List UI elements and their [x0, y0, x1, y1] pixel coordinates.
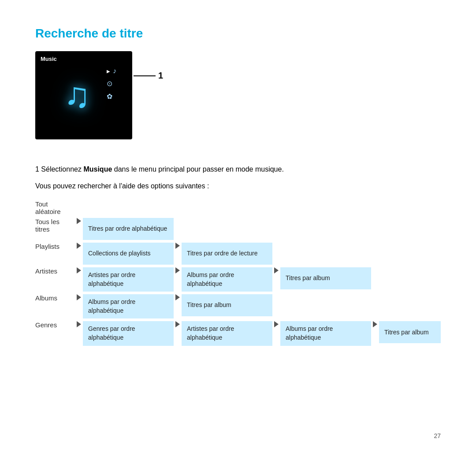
nav-box-4-1: Titres par album [182, 294, 272, 316]
nav-arrow-1-0 [75, 218, 83, 240]
triangle-icon [175, 294, 180, 300]
nav-arrow-5-1 [174, 321, 182, 345]
nav-arrow-5-2 [272, 321, 280, 345]
step1-bold: Musique [83, 165, 112, 173]
nav-box-3-0: Artistes par ordre alphabétique [83, 267, 174, 292]
nav-box-5-2: Albums par ordre alphabétique [280, 321, 371, 345]
row-spacer-5 [35, 346, 441, 348]
side-icon-music: ▶ ♪ [107, 67, 116, 75]
nav-box-4-0: Albums par ordre alphabétique [83, 294, 174, 318]
nav-box-cell-3-1: Albums par ordre alphabétique [182, 267, 272, 292]
arrow-icon: ▶ [107, 69, 110, 74]
nav-arrow-4-1 [174, 294, 182, 318]
nav-arrow-4-0 [75, 294, 83, 318]
triangle-icon [77, 218, 81, 224]
triangle-icon [175, 267, 180, 273]
device-label: Music [41, 56, 57, 62]
music-note-icon: ♫ [64, 75, 90, 116]
nav-box-cell-3-0: Artistes par ordre alphabétique [83, 267, 174, 292]
nav-box-5-0: Genres par ordre alphabétique [83, 321, 174, 345]
nav-arrow-3-0 [75, 267, 83, 292]
gear-icon: ✿ [107, 92, 112, 101]
nav-box-cell-5-3: Titres par album [379, 321, 441, 345]
nav-arrow-2-0 [75, 243, 83, 265]
nav-arrow-2-1 [174, 243, 182, 265]
nav-box-cell-5-0: Genres par ordre alphabétique [83, 321, 174, 345]
navigation-table: Tout aléatoireTous les titresTitres par … [35, 200, 441, 348]
step1-text-after: dans le menu principal pour passer en mo… [112, 165, 284, 173]
nav-empty-0 [75, 200, 83, 215]
nav-arrow-3-1 [174, 267, 182, 292]
nav-label-5: Genres [35, 321, 75, 345]
device-side-icons: ▶ ♪ ⊙ ✿ [107, 67, 116, 101]
nav-box-cell-4-0: Albums par ordre alphabétique [83, 294, 174, 318]
step1-text-before: 1 Sélectionnez [35, 165, 83, 173]
triangle-icon [77, 243, 81, 249]
nav-box-cell-1-0: Titres par ordre alphabétique [83, 218, 174, 240]
note-icon: ♪ [113, 67, 116, 75]
nav-box-cell-5-2: Albums par ordre alphabétique [280, 321, 371, 345]
step1-text: 1 Sélectionnez Musique dans le menu prin… [35, 164, 441, 175]
nav-label-3: Artistes [35, 267, 75, 292]
callout-number: 1 [158, 71, 163, 81]
device-screenshot: Music ♫ ▶ ♪ ⊙ ✿ [35, 51, 132, 139]
nav-box-cell-2-0: Collections de playlists [83, 243, 174, 265]
page-title: Recherche de titre [35, 26, 441, 41]
triangle-icon [274, 267, 279, 273]
nav-label-0: Tout aléatoire [35, 200, 75, 215]
intro-text: Vous pouvez rechercher à l'aide des opti… [35, 181, 441, 191]
nav-label-4: Albums [35, 294, 75, 318]
side-icon-settings: ✿ [107, 92, 116, 101]
nav-box-5-1: Artistes par ordre alphabétique [182, 321, 272, 345]
nav-box-cell-5-1: Artistes par ordre alphabétique [182, 321, 272, 345]
nav-arrow-3-2 [272, 267, 280, 292]
callout-badge: 1 [134, 71, 163, 81]
triangle-icon [77, 321, 81, 327]
triangle-icon [274, 321, 279, 327]
triangle-icon [77, 267, 81, 273]
callout-line [134, 75, 156, 76]
nav-box-1-0: Titres par ordre alphabétique [83, 218, 174, 240]
nav-box-cell-2-1: Titres par ordre de lecture [182, 243, 272, 265]
nav-box-2-0: Collections de playlists [83, 243, 174, 265]
nav-label-1: Tous les titres [35, 218, 75, 240]
camera-icon: ⊙ [107, 79, 112, 88]
device-screenshot-wrapper: Music ♫ ▶ ♪ ⊙ ✿ 1 [35, 51, 132, 152]
nav-arrow-5-0 [75, 321, 83, 345]
page-number: 27 [434, 432, 441, 439]
nav-box-3-1: Albums par ordre alphabétique [182, 267, 272, 292]
nav-box-3-2: Titres par album [280, 267, 371, 289]
nav-box-2-1: Titres par ordre de lecture [182, 243, 272, 265]
triangle-icon [373, 321, 377, 327]
nav-box-cell-3-2: Titres par album [280, 267, 371, 292]
triangle-icon [77, 294, 81, 300]
nav-box-5-3: Titres par album [379, 321, 441, 343]
side-icon-camera: ⊙ [107, 79, 116, 88]
triangle-icon [175, 243, 180, 249]
nav-box-cell-4-1: Titres par album [182, 294, 272, 318]
triangle-icon [175, 321, 180, 327]
nav-arrow-5-3 [371, 321, 379, 345]
nav-label-2: Playlists [35, 243, 75, 265]
